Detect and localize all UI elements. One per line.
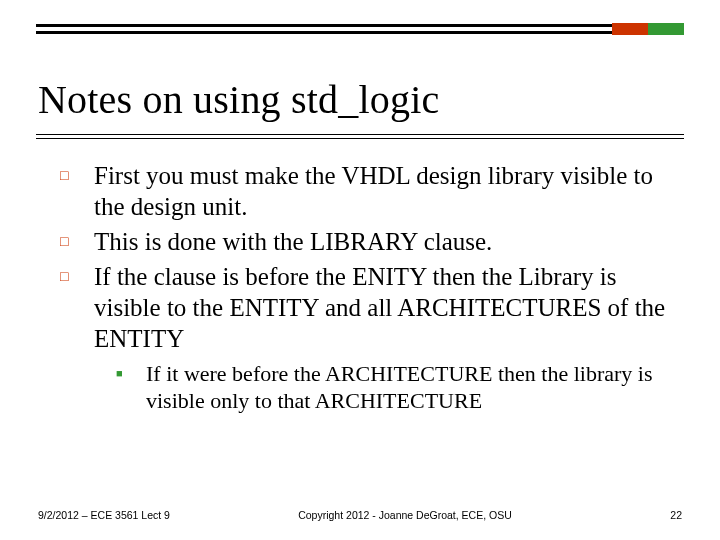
- title-underline: [36, 134, 684, 139]
- square-bullet-icon: □: [60, 261, 94, 354]
- bullet-item: □ If the clause is before the ENITY then…: [60, 261, 676, 354]
- accent-block: [612, 23, 684, 35]
- slide: Notes on using std_logic □ First you mus…: [0, 0, 720, 540]
- bullet-item: □ First you must make the VHDL design li…: [60, 160, 676, 222]
- square-bullet-icon: □: [60, 226, 94, 257]
- rule-line: [36, 134, 684, 135]
- slide-title: Notes on using std_logic: [38, 76, 439, 123]
- slide-body: □ First you must make the VHDL design li…: [60, 160, 676, 415]
- bullet-text: If the clause is before the ENITY then t…: [94, 261, 676, 354]
- rule-line: [36, 138, 684, 139]
- footer-page-number: 22: [622, 509, 682, 521]
- slide-footer: 9/2/2012 – ECE 3561 Lect 9 Copyright 201…: [38, 509, 682, 522]
- bullet-text: First you must make the VHDL design libr…: [94, 160, 676, 222]
- rule-line: [36, 24, 684, 27]
- bullet-item: □ This is done with the LIBRARY clause.: [60, 226, 676, 257]
- footer-copyright: Copyright 2012 - Joanne DeGroat, ECE, OS…: [188, 509, 622, 521]
- accent-red: [612, 23, 648, 35]
- accent-green: [648, 23, 684, 35]
- bullet-text: This is done with the LIBRARY clause.: [94, 226, 676, 257]
- sub-bullet-text: If it were before the ARCHITECTURE then …: [146, 360, 676, 415]
- filled-square-bullet-icon: ■: [116, 360, 146, 415]
- rule-line: [36, 31, 684, 34]
- header-rules: [36, 24, 684, 34]
- footer-date: 9/2/2012 – ECE 3561 Lect 9: [38, 509, 188, 522]
- sub-bullet-item: ■ If it were before the ARCHITECTURE the…: [116, 360, 676, 415]
- square-bullet-icon: □: [60, 160, 94, 222]
